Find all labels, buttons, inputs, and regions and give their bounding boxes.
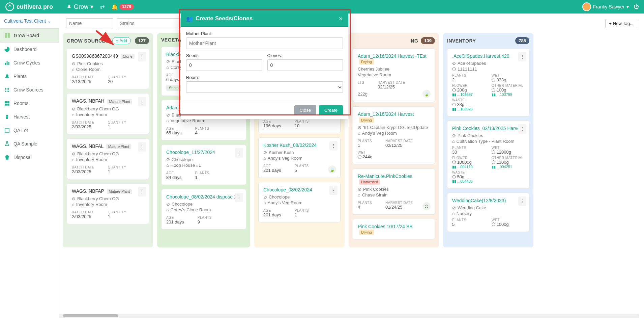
seeds-input[interactable] — [186, 59, 262, 71]
nav-plants[interactable]: Plants — [0, 70, 59, 83]
strains-filter-input[interactable] — [117, 18, 181, 28]
nav-qa-lot[interactable]: QA Lot — [0, 124, 59, 137]
svg-point-6 — [5, 88, 6, 89]
card-menu-button[interactable]: ⋮ — [329, 186, 338, 195]
svg-rect-2 — [8, 33, 10, 38]
drying-card[interactable]: Adam_12/16/2024 Harvest Drying ⊘'91 Capt… — [353, 106, 435, 164]
nav-qa-sample[interactable]: QA Sample — [0, 137, 59, 151]
barcode-link[interactable]: ▮▮ ...103759 — [492, 92, 524, 97]
drying-card[interactable]: Pink Cookies 10/17/24 SB Drying — [353, 219, 435, 239]
card-menu-button[interactable]: ⋮ — [518, 124, 526, 134]
brand: cultivera pro — [5, 2, 53, 11]
vegetative-card[interactable]: ⋮ Chocolope_08/02/2024 dispose 1 ⊘Chocol… — [161, 189, 246, 230]
svg-point-19 — [6, 115, 8, 117]
add-grow-source-button[interactable]: +Add — [112, 37, 131, 44]
notifications-button[interactable]: 🔔 1278 — [111, 4, 134, 10]
new-tag-button[interactable]: +New Tag... — [605, 19, 637, 28]
status-chip: Drying — [359, 117, 374, 123]
section-select-grow[interactable]: Grow ▾ — [66, 3, 93, 10]
nav-harvest[interactable]: Harvest — [0, 110, 59, 124]
client-select[interactable]: Cultivera Test Client⌄ — [0, 14, 59, 28]
drying-card[interactable]: Adam_12/16/2024 Harvest -TEst Drying Che… — [353, 48, 435, 102]
column-count: 788 — [515, 37, 529, 44]
tree-icon — [66, 4, 72, 9]
barcode-link[interactable]: ▮▮ ...004405 — [452, 179, 485, 184]
status-chip: Drying — [359, 59, 374, 64]
barcode-link[interactable]: ▮▮ ...004119 — [452, 165, 485, 169]
svg-rect-18 — [7, 104, 9, 106]
nav-dashboard[interactable]: Dashboard — [0, 43, 59, 56]
drying-card[interactable]: Re-Manicure.PinkCookies Harvested ⊘Pink … — [353, 168, 435, 215]
svg-rect-15 — [5, 101, 7, 103]
inventory-card[interactable]: ⋮ WeddingCake(12/8/2023) ⊘Wedding Cake ⌂… — [447, 193, 529, 232]
vegetative-card[interactable]: ⋮ Chocolope_11/27/2024 ⊘Chocolope ⌂Hoop … — [161, 144, 246, 185]
board-icon — [4, 32, 10, 38]
card-menu-button[interactable]: ⋮ — [235, 193, 243, 202]
caret-down-icon: ▾ — [90, 3, 93, 10]
nav-grow-cycles[interactable]: Grow Cycles — [0, 56, 59, 70]
column-drying: NG139 Adam_12/16/2024 Harvest -TEst Dryi… — [349, 33, 439, 247]
modal-close-button[interactable]: ✕ — [339, 16, 343, 22]
svg-rect-5 — [8, 62, 9, 65]
barcode-link[interactable]: ▮▮ ...103687 — [452, 92, 485, 97]
horizontal-scrollbar[interactable] — [59, 314, 639, 318]
sidebar: Cultivera Test Client⌄ Grow Board Dashbo… — [0, 14, 59, 318]
mother-plant-label: Mother Plant: — [186, 31, 343, 36]
grow-source-card[interactable]: ⋮ WAGS.INBFAP Mature Plant ⊘Blackberry C… — [67, 183, 149, 224]
trash-icon — [4, 154, 10, 160]
type-chip: Mature Plant — [107, 99, 132, 104]
scale-badge-icon: ⚖ — [422, 202, 431, 210]
inventory-card[interactable]: ⋮ Pink Cookies_02/13/2025 Harvest ⊘Pink … — [447, 121, 529, 189]
sync-icon[interactable]: ⇄ — [100, 4, 105, 10]
card-menu-button[interactable]: ⋮ — [138, 142, 146, 152]
card-menu-button[interactable]: ⋮ — [138, 187, 146, 196]
mother-plant-input[interactable] — [186, 37, 343, 49]
card-menu-button[interactable]: ⋮ — [138, 52, 146, 61]
name-filter-input[interactable] — [66, 18, 113, 28]
tree-icon — [4, 73, 10, 79]
create-seeds-clones-modal: 👥 Create Seeds/Clones ✕ Mother Plant: Se… — [181, 11, 348, 119]
column-title: GROW SOURCES — [67, 38, 109, 44]
modal-close-button-2[interactable]: Close — [294, 105, 316, 115]
grow-source-card[interactable]: ⋮ WAGS.INBFAH Mature Plant ⊘Blackberry C… — [67, 93, 149, 134]
card-menu-button[interactable]: ⋮ — [235, 148, 243, 158]
card-menu-button[interactable]: ⋮ — [138, 97, 146, 106]
svg-rect-1 — [5, 33, 7, 38]
type-chip: Clone — [121, 54, 135, 59]
room-label: Room: — [186, 75, 343, 80]
card-menu-button[interactable]: ⋮ — [518, 196, 526, 206]
status-chip: Harvested — [359, 179, 380, 185]
nav-grow-board[interactable]: Grow Board — [0, 28, 59, 43]
flowering-card[interactable]: ⋮ Kosher Kush_08/02/2024 ⊘Kosher Kush ⌂A… — [258, 137, 341, 178]
modal-title: Create Seeds/Clones — [196, 15, 253, 22]
svg-point-11 — [8, 89, 9, 90]
barcode-link[interactable]: ▮▮ ...004251 — [492, 165, 524, 169]
clones-input[interactable] — [267, 59, 343, 71]
home-icon: ⌂ — [72, 67, 75, 72]
barcode-link[interactable]: ▮▮ ...103926 — [452, 107, 485, 111]
nav-disposal[interactable]: Disposal — [0, 151, 59, 164]
room-select[interactable] — [186, 81, 343, 93]
modal-create-button[interactable]: Create — [319, 105, 343, 115]
seeds-label: Seeds: — [186, 53, 262, 58]
card-menu-button[interactable]: ⋮ — [518, 52, 526, 61]
nav-rooms[interactable]: Rooms — [0, 97, 59, 110]
inventory-card[interactable]: ⋮ .AceOfSpades.Harvest.420 ⊘Ace of Spade… — [447, 48, 529, 116]
card-menu-button[interactable]: ⋮ — [329, 141, 338, 151]
caret-down-icon: ▾ — [626, 4, 629, 9]
svg-rect-16 — [7, 101, 9, 103]
scrollbar-thumb[interactable] — [63, 314, 118, 317]
nav-grow-sources[interactable]: Grow Sources — [0, 83, 59, 97]
user-menu[interactable]: Franky Sawyer ▾ — [582, 2, 629, 11]
grow-source-card[interactable]: ⋮ WAGS.INBFAL Mature Plant ⊘Blackberry C… — [67, 138, 149, 179]
grow-source-card[interactable]: ⋮ GS009986867200449 Clone ⊘Pink Cookies … — [67, 48, 149, 89]
leaf-badge-icon: 🍃 — [422, 90, 431, 98]
clones-label: Clones: — [267, 53, 343, 58]
bell-icon: 🔔 — [111, 4, 118, 10]
flowering-card[interactable]: ⋮ Chocolope_08/02/2024 ⊘Chocolope ⌂Andy'… — [258, 182, 341, 222]
content-area: +New Tag... GROW SOURCES +Add 127 ⋮ GS00… — [59, 14, 644, 318]
plus-icon: + — [116, 38, 119, 43]
column-title: NG — [411, 38, 418, 44]
column-inventory: INVENTORY788 ⋮ .AceOfSpades.Harvest.420 … — [443, 33, 533, 247]
power-icon[interactable]: ⏻ — [634, 4, 639, 10]
